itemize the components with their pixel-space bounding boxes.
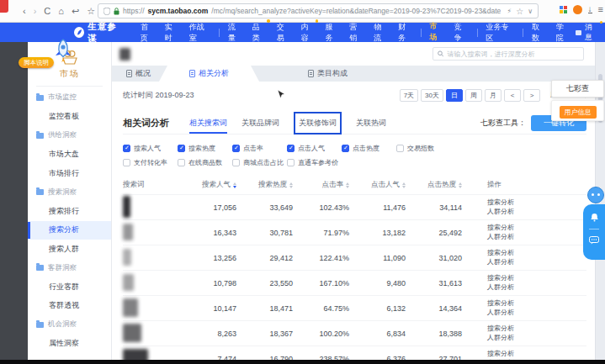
sort-icon[interactable] [289,182,293,188]
search-input[interactable] [447,50,579,58]
search-analysis-link[interactable]: 搜索分析 [487,249,586,258]
sidebar-group-supply-insight[interactable]: 供给洞察 [28,126,111,145]
date-next-button[interactable]: > [523,89,540,102]
checkbox-icon[interactable] [232,159,240,166]
sidebar-item-search-rank[interactable]: 搜索排行 [28,202,111,221]
sort-icon[interactable] [233,182,236,188]
crowd-analysis-link[interactable]: 人群分析 [487,258,586,267]
back-icon[interactable]: ‹ [23,4,26,18]
checkbox-checked-icon[interactable] [123,145,130,152]
metric-click-popularity[interactable]: 点击人气 [287,144,342,153]
nav-message[interactable]: 消息 [576,23,598,43]
metric-click-rate[interactable]: 点击率 [232,144,287,153]
checkbox-checked-icon[interactable] [178,145,185,152]
download-icon[interactable]: ↓ [588,5,592,13]
star-icon[interactable]: ☆ [516,7,523,16]
sidebar-group-crowd-insight[interactable]: 客群洞察 [28,259,111,278]
col-click-heat[interactable]: 点击热度 [416,180,472,190]
range-day-button[interactable]: 日 [446,89,463,102]
metric-pay-conversion[interactable]: 支付转化率 [123,158,178,167]
range-30d-button[interactable]: 30天 [421,89,443,102]
redacted-keyword [123,349,148,361]
bookmark-star-icon[interactable]: ☆ [87,4,95,18]
cell-search-heat: 29,412 [247,254,303,262]
cell-click-rate: 71.97% [303,229,359,237]
sidebar-item-attribute-insight[interactable]: 属性洞察 [28,335,111,354]
sort-icon[interactable] [402,182,406,188]
tab-category-composition[interactable]: 类目构成 [300,66,356,82]
range-7d-button[interactable]: 7天 [400,89,418,102]
metric-click-heat[interactable]: 点击热度 [342,144,396,153]
checkbox-icon[interactable] [123,159,130,166]
col-click-rate[interactable]: 点击率 [303,180,359,190]
search-box[interactable] [433,47,584,61]
sidebar-item-market-overview[interactable]: 市场大盘 [28,145,111,165]
bell-icon[interactable] [590,213,599,222]
crowd-analysis-link[interactable]: 人群分析 [487,283,586,293]
checkbox-icon[interactable] [178,159,185,166]
home-icon[interactable]: ⌂ [58,4,64,18]
checkbox-checked-icon[interactable] [342,145,349,152]
tab-related-analysis[interactable]: 相关分析 [159,66,259,82]
sort-icon[interactable] [346,182,349,188]
date-prev-button[interactable]: < [504,89,521,102]
chat-icon[interactable] [589,236,599,245]
sidebar-group-opportunity-insight[interactable]: 机会洞察 [28,315,111,335]
tab-related-search-words[interactable]: 相关搜索词 [189,112,227,134]
search-analysis-link[interactable]: 搜索分析 [487,224,586,233]
chevron-down-icon[interactable]: ∨ [528,8,533,15]
search-analysis-link[interactable]: 搜索分析 [487,324,586,334]
metric-mall-click-share[interactable]: 商城点击占比 [232,158,287,167]
tab-related-hot-words[interactable]: 关联热词 [356,112,386,134]
user-info-button[interactable]: 用户信息 [560,106,597,119]
col-search-heat[interactable]: 搜索热度 [247,180,303,190]
sidebar-item-market-rank[interactable]: 市场排行 [28,164,111,183]
search-analysis-link[interactable]: 搜索分析 [487,274,586,283]
metric-trade-index[interactable]: 交易指数 [396,144,451,153]
search-analysis-link[interactable]: 搜索分析 [487,350,586,359]
checkbox-icon[interactable] [396,145,404,152]
extension-grid-icon[interactable] [560,6,567,13]
mascot-icon[interactable] [587,187,604,203]
nav-divider [477,29,478,37]
sort-icon[interactable] [459,182,462,188]
crowd-analysis-link[interactable]: 人群分析 [487,334,586,343]
checkbox-checked-icon[interactable] [232,145,240,152]
forward-icon[interactable]: › [34,4,37,18]
sidebar-item-crowd-perspective[interactable]: 客群透视 [28,297,111,316]
metric-ztc-ref-price[interactable]: 直通车参考价 [287,158,342,167]
sidebar-group-search-insight[interactable]: 搜索洞察 [28,183,111,203]
tab-related-brand-words[interactable]: 关联品牌词 [241,112,279,134]
sidebar-item-industry-crowd[interactable]: 行业客群 [28,277,111,297]
crowd-analysis-link[interactable]: 人群分析 [487,309,586,318]
metric-online-items[interactable]: 在线商品数 [178,158,232,167]
tab-overview[interactable]: 概况 [118,66,159,82]
history-icon[interactable]: ↩ [72,4,79,18]
cell-click-rate: 102.43% [303,203,359,212]
url-bar[interactable]: https://sycm.taobao.com/mc/mq/search_ana… [98,3,539,18]
checkbox-icon[interactable] [287,159,295,166]
account-icon[interactable] [573,5,582,14]
tab-related-modifier-words[interactable]: 关联修饰词 [294,112,342,135]
sidebar-group-market-monitor[interactable]: 市场监控 [28,88,111,108]
sidebar-item-monitor-board[interactable]: 监控看板 [28,108,111,127]
range-month-button[interactable]: 月 [485,89,502,102]
menu-icon[interactable]: ≡ [598,4,603,14]
crowd-analysis-link[interactable]: 人群分析 [487,208,586,217]
reload-icon[interactable]: C [44,4,50,18]
qicai-title[interactable]: 七彩查 [551,80,604,98]
col-search-popularity[interactable]: 搜索人气 [190,180,247,190]
search-analysis-link[interactable]: 搜索分析 [487,198,586,208]
crowd-analysis-link[interactable]: 人群分析 [487,233,586,242]
metric-search-popularity[interactable]: 搜索人气 [123,144,178,153]
sidebar-item-search-crowd[interactable]: 搜索人群 [28,240,111,259]
section-title: 相关词分析 [123,117,169,129]
range-week-button[interactable]: 周 [465,89,482,102]
search-analysis-link[interactable]: 搜索分析 [487,299,586,309]
col-click-popularity[interactable]: 点击人气 [359,180,416,190]
sidebar-item-search-analysis[interactable]: 搜索分析 [28,221,111,240]
checkbox-checked-icon[interactable] [287,145,295,152]
metric-search-heat[interactable]: 搜索热度 [178,144,232,153]
flash-icon[interactable]: ⚡ [507,8,512,15]
brand[interactable]: 生意参谋 [74,21,124,45]
